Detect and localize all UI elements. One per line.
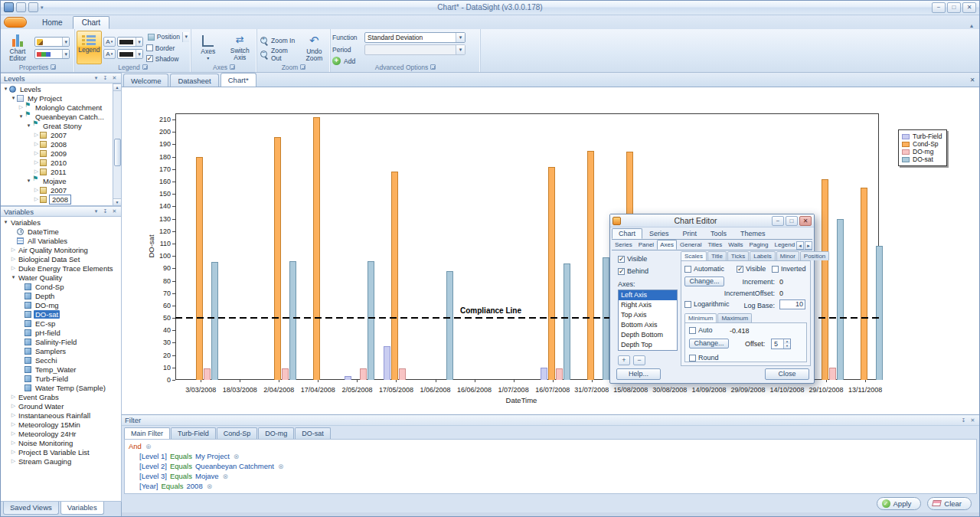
scale-tab-minor[interactable]: Minor: [776, 251, 799, 260]
period-combo[interactable]: ▾: [364, 44, 466, 55]
tree-item-secchi[interactable]: Secchi: [1, 355, 121, 365]
bar-cond-sp[interactable]: [196, 157, 203, 380]
change-minimum-button[interactable]: Change...: [689, 339, 729, 348]
close-icon[interactable]: ✕: [969, 417, 976, 424]
legend-font-color-button[interactable]: A▾: [103, 37, 116, 47]
bar-cond-sp[interactable]: [822, 179, 828, 380]
app-menu-button[interactable]: [4, 17, 27, 28]
remove-condition-icon[interactable]: ⊗: [234, 453, 240, 460]
collapsed-arrow-icon[interactable]: ▷: [33, 141, 40, 147]
zoom-out-button[interactable]: −Zoom Out: [259, 49, 299, 60]
series-style-combo[interactable]: [34, 37, 70, 47]
legend-shadow-checkbox[interactable]: Shadow: [146, 54, 189, 64]
scale-tab-scales[interactable]: Scales: [681, 251, 707, 260]
tree-item-mojave[interactable]: ▾Mojave: [1, 176, 113, 185]
axes-list-item-right-axis[interactable]: Right Axis: [619, 300, 677, 310]
filter-value[interactable]: My Project: [195, 452, 230, 460]
expanded-arrow-icon[interactable]: ▾: [10, 274, 17, 280]
axes-list-item-bottom-axis[interactable]: Bottom Axis: [619, 320, 677, 330]
tree-item-do-mg[interactable]: DO-mg: [1, 300, 121, 309]
dock-tab-variables[interactable]: Variables: [60, 502, 104, 515]
window-menu-icon[interactable]: ▾: [93, 75, 100, 81]
axes-list-item-depth-top[interactable]: Depth Top: [619, 340, 677, 350]
apply-button[interactable]: ✓Apply: [877, 497, 922, 510]
log-base-input[interactable]: 10: [779, 299, 805, 309]
legend-dialog-launcher-icon[interactable]: [142, 64, 148, 70]
close-editor-button[interactable]: Close: [765, 368, 809, 380]
expanded-arrow-icon[interactable]: ▾: [18, 113, 24, 119]
tree-item-queanbeyan-catch[interactable]: ▾Queanbeyan Catch...: [1, 112, 113, 121]
chart-editor-button[interactable]: Chart Editor: [2, 31, 33, 64]
properties-dialog-launcher-icon[interactable]: [51, 64, 56, 70]
tree-item-duke-energy-trace-elements[interactable]: ▷Duke Energy Trace Elements: [1, 263, 121, 273]
collapsed-arrow-icon[interactable]: ▷: [10, 247, 17, 253]
bar-do-sat[interactable]: [564, 263, 570, 380]
close-icon[interactable]: ✕: [111, 208, 118, 214]
tree-item-2007[interactable]: ▷2007: [1, 130, 113, 139]
axis-visible-checkbox[interactable]: Visible: [618, 255, 647, 263]
dock-tab-saved-views[interactable]: Saved Views: [3, 502, 59, 515]
collapsed-arrow-icon[interactable]: ▷: [10, 430, 17, 437]
bar-do-sat[interactable]: [876, 246, 883, 380]
legend-fill-combo[interactable]: [117, 37, 143, 47]
tree-item-instantaneous-rainfall[interactable]: ▷Instantaneous Rainfall: [1, 411, 121, 420]
scroll-down-icon[interactable]: ▼: [113, 198, 121, 205]
bar-turb-field[interactable]: [384, 346, 390, 380]
tree-item-depth[interactable]: Depth: [1, 291, 121, 300]
filter-condition[interactable]: [Level 2]EqualsQueanbeyan Catchment⊗: [129, 461, 972, 471]
axes-list-item-top-axis[interactable]: Top Axis: [619, 310, 677, 320]
bar-do-sat[interactable]: [837, 219, 844, 380]
editor-subtab-paging[interactable]: Paging: [746, 240, 772, 250]
collapsed-arrow-icon[interactable]: ▷: [10, 265, 17, 271]
collapsed-arrow-icon[interactable]: ▷: [33, 169, 40, 175]
bar-do-sat[interactable]: [289, 261, 296, 380]
remove-condition-icon[interactable]: ⊗: [278, 463, 284, 470]
dialog-restore-button[interactable]: □: [786, 216, 798, 226]
tree-item-my-project[interactable]: ▾My Project: [1, 93, 113, 103]
axis-behind-checkbox[interactable]: Behind: [618, 267, 648, 275]
pin-icon[interactable]: ↧: [102, 75, 109, 81]
tree-item-2008[interactable]: ▷2008: [1, 195, 113, 204]
axes-dialog-launcher-icon[interactable]: [230, 64, 235, 70]
bar-do-sat[interactable]: [211, 262, 218, 380]
tree-item-stream-gauging[interactable]: ▷Stream Gauging: [1, 456, 121, 466]
filter-operator[interactable]: Equals: [161, 482, 183, 490]
switch-axis-button[interactable]: ⇄ Switch Axis: [225, 31, 256, 64]
inverted-checkbox[interactable]: Inverted: [772, 265, 806, 273]
filter-field[interactable]: [Level 2]: [139, 462, 167, 470]
tree-item-2008[interactable]: ▷2008: [1, 139, 113, 149]
function-combo[interactable]: Standard Deviation▾: [364, 32, 466, 43]
scale-visible-checkbox[interactable]: Visible: [737, 265, 766, 273]
close-icon[interactable]: ✕: [111, 75, 118, 81]
filter-tab-cond-sp[interactable]: Cond-Sp: [217, 427, 258, 439]
tree-item-great-stony[interactable]: ▾Great Stony: [1, 121, 113, 130]
filter-value[interactable]: Queanbeyan Catchment: [195, 462, 274, 470]
tree-item-biological-data-set[interactable]: ▷Biological Data Set: [1, 254, 121, 263]
expanded-arrow-icon[interactable]: ▾: [25, 123, 32, 129]
tree-item-ph-field[interactable]: pH-field: [1, 328, 121, 337]
minimize-button[interactable]: −: [932, 2, 946, 13]
axes-list-item-depth-bottom[interactable]: Depth Bottom: [619, 330, 677, 340]
tree-item-water-temp-sample[interactable]: Water Temp (Sample): [1, 383, 121, 392]
editor-subtab-general[interactable]: General: [677, 240, 704, 250]
filter-condition[interactable]: [Year]Equals2008⊗: [129, 481, 972, 491]
tree-item-variables[interactable]: ▾Variables: [1, 218, 121, 227]
bar-cond-sp[interactable]: [274, 137, 281, 380]
editor-tab-chart[interactable]: Chart: [612, 228, 642, 239]
scroll-up-icon[interactable]: ▲: [113, 84, 121, 91]
legend-position-dropdown[interactable]: Position: [146, 32, 189, 42]
filter-field[interactable]: [Level 3]: [139, 472, 167, 480]
bar-do-mg[interactable]: [399, 368, 406, 380]
collapsed-arrow-icon[interactable]: ▷: [10, 458, 17, 464]
filter-operator[interactable]: Equals: [170, 452, 192, 460]
scale-tab-labels[interactable]: Labels: [750, 251, 776, 260]
tree-item-2007[interactable]: ▷2007: [1, 185, 113, 195]
tree-item-project-b-variable-list[interactable]: ▷Project B Variable List: [1, 447, 121, 456]
bar-cond-sp[interactable]: [391, 172, 398, 380]
tree-item-datetime[interactable]: DateTime: [1, 227, 121, 236]
document-tab-datasheet[interactable]: Datasheet: [170, 74, 218, 87]
filter-operator[interactable]: Equals: [170, 462, 192, 470]
dialog-minimize-button[interactable]: −: [772, 216, 784, 226]
tree-item-2010[interactable]: ▷2010: [1, 158, 113, 167]
collapsed-arrow-icon[interactable]: ▷: [33, 150, 40, 156]
